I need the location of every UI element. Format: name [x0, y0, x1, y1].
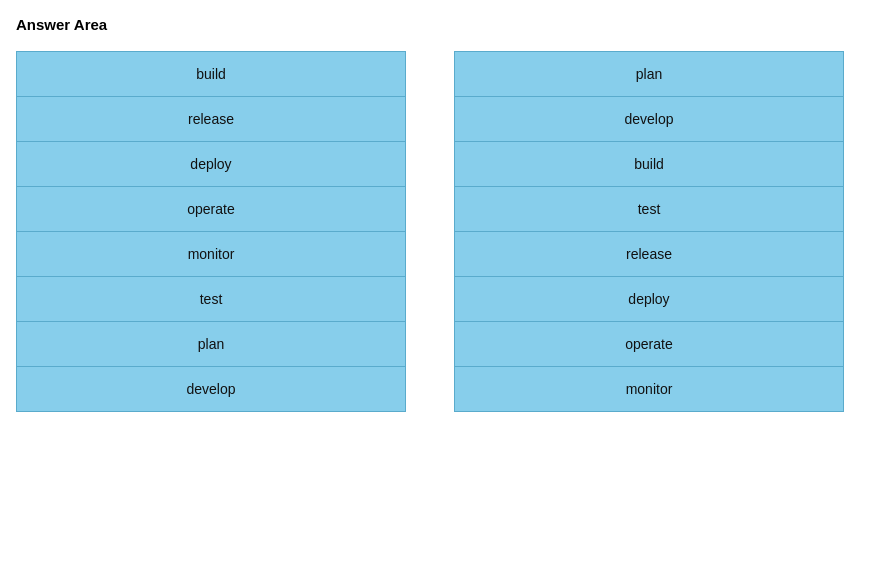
right-tile-6[interactable]: operate — [454, 321, 844, 366]
left-tile-5[interactable]: test — [16, 276, 406, 321]
left-tile-6[interactable]: plan — [16, 321, 406, 366]
left-tile-2[interactable]: deploy — [16, 141, 406, 186]
left-tile-1[interactable]: release — [16, 96, 406, 141]
left-column: buildreleasedeployoperatemonitortestplan… — [16, 51, 406, 412]
right-tile-7[interactable]: monitor — [454, 366, 844, 412]
right-tile-5[interactable]: deploy — [454, 276, 844, 321]
right-tile-0[interactable]: plan — [454, 51, 844, 96]
right-tile-4[interactable]: release — [454, 231, 844, 276]
right-column: plandevelopbuildtestreleasedeployoperate… — [454, 51, 844, 412]
page-title: Answer Area — [16, 16, 866, 33]
left-tile-3[interactable]: operate — [16, 186, 406, 231]
left-tile-7[interactable]: develop — [16, 366, 406, 412]
left-tile-4[interactable]: monitor — [16, 231, 406, 276]
columns-container: buildreleasedeployoperatemonitortestplan… — [16, 51, 866, 412]
right-tile-2[interactable]: build — [454, 141, 844, 186]
left-tile-0[interactable]: build — [16, 51, 406, 96]
right-tile-3[interactable]: test — [454, 186, 844, 231]
right-tile-1[interactable]: develop — [454, 96, 844, 141]
